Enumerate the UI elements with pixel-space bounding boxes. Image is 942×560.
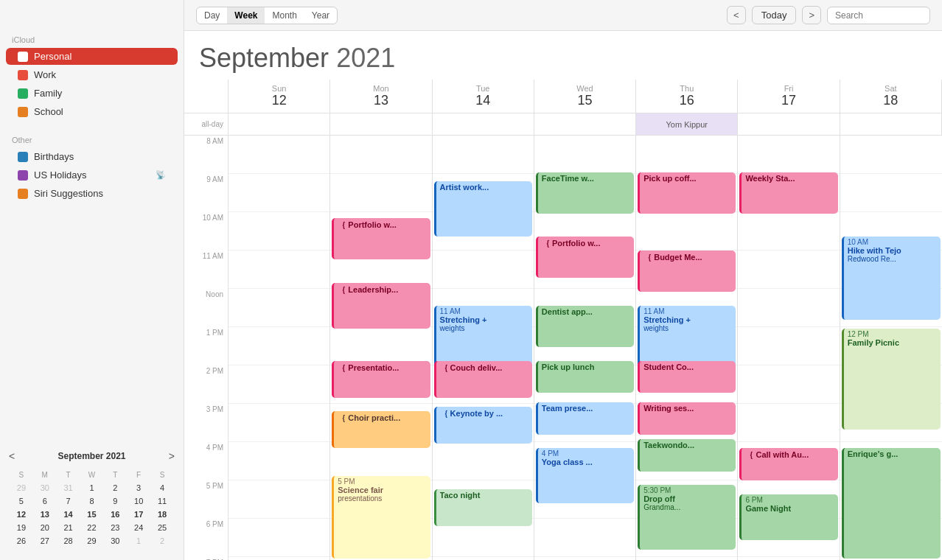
event-callwithau-fri[interactable]: ｛ Call with Au...: [739, 448, 837, 480]
event-facetime-wed[interactable]: FaceTime w...: [536, 172, 634, 214]
mini-cal-day[interactable]: 17: [128, 508, 150, 520]
event-title: Team prese...: [542, 404, 630, 413]
allday-cell-thu[interactable]: Yom Kippur: [636, 113, 738, 135]
sidebar-item-personal[interactable]: Personal: [6, 48, 178, 65]
events-col-mon13: ｛ Portfolio w... ｛ Leadership... ｛ Prese…: [330, 136, 431, 560]
event-teamprese-wed[interactable]: Team prese...: [536, 402, 634, 435]
mini-cal-day[interactable]: 25: [151, 522, 173, 533]
mini-cal-day[interactable]: 14: [57, 508, 80, 520]
topbar: Day Week Month Year < Today >: [184, 0, 942, 31]
time-col: 8 AM 9 AM 10 AM 11 AM Noon 1 PM 2 PM 3 P…: [184, 136, 228, 560]
sidebar-item-us-holidays[interactable]: US Holidays 📡: [6, 167, 178, 183]
sidebar-item-work[interactable]: Work: [6, 66, 178, 83]
mini-cal-day[interactable]: 8: [81, 495, 103, 507]
mini-cal-day[interactable]: 4: [151, 482, 173, 494]
event-sciencefair-mon[interactable]: 5 PM Science fair presentations: [332, 476, 430, 559]
mini-cal-day[interactable]: 13: [34, 508, 56, 520]
sidebar-item-school[interactable]: School: [6, 103, 178, 120]
mini-cal-day[interactable]: 15: [81, 508, 103, 520]
event-yoga-wed[interactable]: 4 PM Yoga class ...: [536, 448, 634, 503]
event-dropoff-thu[interactable]: 5:30 PM Drop off Grandma...: [638, 485, 736, 549]
view-week-btn[interactable]: Week: [227, 7, 265, 24]
mini-cal-day[interactable]: 30: [104, 535, 126, 547]
time-grid-scroll[interactable]: 8 AM 9 AM 10 AM 11 AM Noon 1 PM 2 PM 3 P…: [184, 136, 942, 560]
mini-cal-day[interactable]: 11: [151, 495, 173, 507]
event-keynote-tue[interactable]: ｛ Keynote by ...: [434, 407, 532, 444]
mini-cal-prev[interactable]: <: [9, 450, 15, 462]
events-col-wed15: FaceTime w... ｛ Portfolio w... Dentist a…: [534, 136, 635, 560]
mini-cal-day[interactable]: 3: [128, 482, 150, 494]
event-choir-mon[interactable]: ｛ Choir practi...: [332, 411, 430, 448]
nav-prev-btn[interactable]: <: [727, 6, 746, 24]
work-dot: [18, 70, 28, 80]
mini-cal-day[interactable]: 16: [104, 508, 126, 520]
mini-cal-day[interactable]: 20: [34, 522, 56, 533]
day-header-sun12: Sun 12: [228, 80, 330, 113]
search-input[interactable]: [827, 7, 930, 24]
mini-cal-day[interactable]: 27: [34, 535, 56, 547]
mini-cal-day[interactable]: 12: [10, 508, 32, 520]
event-title: Pick up coff...: [643, 174, 732, 183]
event-couch-tue[interactable]: ｛ Couch deliv...: [434, 361, 532, 398]
event-dentist-wed[interactable]: Dentist app...: [536, 306, 634, 347]
event-portfolio-mon[interactable]: ｛ Portfolio w...: [332, 218, 430, 259]
event-taconight-tue[interactable]: Taco night: [434, 489, 532, 526]
mini-cal-next[interactable]: >: [169, 450, 175, 462]
event-portfolio-wed[interactable]: ｛ Portfolio w...: [536, 237, 634, 278]
event-enriques-sat[interactable]: Enrique's g...: [842, 448, 941, 559]
mini-cal-day[interactable]: 1: [128, 535, 150, 547]
sidebar-item-birthdays[interactable]: Birthdays: [6, 148, 178, 165]
event-pickupcoff-thu[interactable]: Pick up coff...: [638, 172, 736, 214]
event-leadership-mon[interactable]: ｛ Leadership...: [332, 283, 430, 329]
mini-cal-day[interactable]: 21: [57, 522, 80, 533]
event-taekwondo-thu[interactable]: Taekwondo...: [638, 439, 736, 472]
event-title: ｛ Couch deliv...: [440, 363, 528, 374]
nav-next-btn[interactable]: >: [802, 6, 821, 24]
mini-cal-day[interactable]: 23: [104, 522, 126, 533]
event-hike-sat[interactable]: 10 AM Hike with Tejo Redwood Re...: [842, 237, 941, 319]
mini-cal-day[interactable]: 10: [128, 495, 150, 507]
yom-kippur-event[interactable]: Yom Kippur: [638, 119, 736, 130]
event-familypicnic-sat[interactable]: 12 PM Family Picnic: [842, 329, 941, 430]
event-artist-tue[interactable]: Artist work...: [434, 181, 532, 237]
mini-cal-header: < September 2021 >: [9, 450, 175, 462]
mini-cal-day[interactable]: 22: [81, 522, 103, 533]
mini-cal-day[interactable]: 5: [10, 495, 32, 507]
sidebar-item-family[interactable]: Family: [6, 85, 178, 102]
mini-cal-day[interactable]: 19: [10, 522, 32, 533]
mini-cal-day[interactable]: 29: [10, 482, 32, 494]
event-title: ｛ Presentatio...: [338, 363, 426, 374]
mini-cal-day[interactable]: 28: [57, 535, 80, 547]
mini-cal-day[interactable]: 30: [34, 482, 56, 494]
mini-cal-day[interactable]: 7: [57, 495, 80, 507]
sidebar-item-label: School: [34, 106, 63, 117]
time-slot-11am: 11 AM: [184, 251, 228, 289]
event-title: ｛ Leadership...: [338, 284, 426, 295]
mini-cal-day[interactable]: 24: [128, 522, 150, 533]
view-month-btn[interactable]: Month: [265, 7, 304, 24]
event-budgetme-thu[interactable]: ｛ Budget Me...: [638, 251, 736, 292]
event-studentco-thu[interactable]: Student Co...: [638, 361, 736, 393]
day-header-name: Sat: [843, 84, 938, 93]
mini-cal-day[interactable]: 9: [104, 495, 126, 507]
mini-cal-day[interactable]: 29: [81, 535, 103, 547]
mini-cal-th-f: F: [128, 469, 150, 480]
mini-cal-day[interactable]: 18: [151, 508, 173, 520]
mini-cal-day[interactable]: 2: [151, 535, 173, 547]
event-writingses-thu[interactable]: Writing ses...: [638, 402, 736, 435]
sidebar-item-siri[interactable]: Siri Suggestions: [6, 185, 178, 202]
time-slot-3pm: 3 PM: [184, 404, 228, 442]
event-weeklysta-fri[interactable]: Weekly Sta...: [739, 172, 837, 214]
event-time: 6 PM: [745, 496, 834, 504]
mini-cal-day[interactable]: 26: [10, 535, 32, 547]
mini-cal-day[interactable]: 2: [104, 482, 126, 494]
today-btn[interactable]: Today: [752, 6, 797, 24]
event-picklunch-wed[interactable]: Pick up lunch: [536, 361, 634, 393]
event-presentation-mon[interactable]: ｛ Presentatio...: [332, 361, 430, 398]
event-gamenight-fri[interactable]: 6 PM Game Night: [739, 494, 837, 540]
view-day-btn[interactable]: Day: [197, 7, 227, 24]
mini-cal-day[interactable]: 6: [34, 495, 56, 507]
mini-cal-day[interactable]: 31: [57, 482, 80, 494]
mini-cal-day[interactable]: 1: [81, 482, 103, 494]
view-year-btn[interactable]: Year: [304, 7, 337, 24]
